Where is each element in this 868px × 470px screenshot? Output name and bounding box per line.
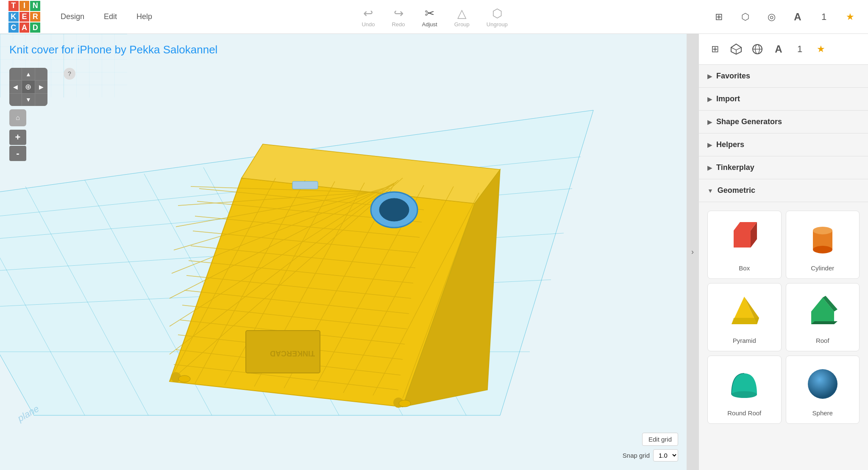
panel-3d-icon[interactable]: [727, 40, 746, 58]
menu-help[interactable]: Help: [129, 9, 160, 25]
svg-line-42: [373, 193, 479, 395]
text-tool-icon[interactable]: A: [788, 8, 807, 26]
svg-point-82: [808, 369, 837, 399]
home-view-button[interactable]: ⌂: [9, 109, 26, 126]
favorites-star-icon[interactable]: ★: [841, 8, 860, 26]
section-tinkerplay-header[interactable]: ▶ Tinkerplay: [699, 156, 868, 179]
panel-star-icon[interactable]: ★: [812, 40, 830, 58]
edit-grid-button[interactable]: Edit grid: [642, 433, 678, 446]
import-chevron: ▶: [707, 96, 712, 103]
section-geometric-header[interactable]: ▼ Geometric: [699, 179, 868, 202]
zoom-in-button[interactable]: +: [9, 130, 26, 145]
group-label: Group: [454, 21, 470, 28]
svg-line-38: [254, 183, 364, 387]
shape-generators-chevron: ▶: [707, 119, 712, 125]
3d-view-icon[interactable]: ⬡: [736, 8, 754, 26]
svg-line-3: [0, 203, 34, 415]
svg-line-28: [186, 275, 411, 298]
right-panel: ⊞ A 1 ★ ▶ Fav: [698, 34, 868, 470]
svg-line-36: [195, 180, 305, 384]
svg-line-43: [403, 203, 475, 398]
svg-line-45: [170, 180, 398, 354]
svg-line-4: [0, 195, 85, 415]
group-button[interactable]: △ Group: [454, 6, 470, 28]
nav-left-button[interactable]: ◀: [9, 81, 22, 93]
svg-line-15: [0, 233, 564, 275]
section-shape-generators-header[interactable]: ▶ Shape Generators: [699, 111, 868, 133]
ungroup-button[interactable]: ⬡ Ungroup: [487, 6, 508, 28]
wireframe-icon[interactable]: ◎: [762, 8, 781, 26]
nav-cell-nw: [9, 68, 22, 80]
panel-grid-icon[interactable]: ⊞: [706, 40, 724, 58]
nav-up-button[interactable]: ▲: [22, 68, 34, 80]
nav-right-button[interactable]: ▶: [35, 81, 47, 93]
shape-pyramid-icon: [723, 290, 765, 333]
nav-down-button[interactable]: ▼: [22, 94, 34, 106]
shape-sphere-icon: [801, 363, 844, 405]
nav-cell-se: [35, 94, 47, 106]
redo-button[interactable]: ↪ Redo: [392, 6, 405, 28]
svg-marker-19: [170, 178, 475, 407]
project-title: Knit cover for iPhone by Pekka Salokanne…: [9, 43, 217, 56]
shape-box-icon: [723, 218, 765, 260]
ungroup-label: Ungroup: [487, 21, 508, 28]
logo-e: E: [19, 12, 30, 22]
geometric-label: Geometric: [718, 186, 755, 195]
topbar: T I N K E R C A D Design Edit Help ↩ Und…: [0, 0, 868, 34]
shape-sphere[interactable]: Sphere: [786, 356, 860, 424]
help-tooltip-button[interactable]: ?: [64, 68, 75, 80]
menu-edit[interactable]: Edit: [96, 9, 125, 25]
grid-view-icon[interactable]: ⊞: [709, 8, 728, 26]
redo-icon: ↪: [394, 6, 403, 20]
svg-line-18: [0, 110, 593, 203]
undo-icon: ↩: [363, 6, 373, 20]
snap-grid-row: Snap grid 1.0 0.5 2.0: [623, 449, 678, 462]
panel-collapse-handle[interactable]: ›: [687, 34, 698, 470]
svg-line-37: [225, 181, 335, 385]
shape-cylinder[interactable]: Cylinder: [786, 211, 860, 279]
svg-line-31: [193, 231, 417, 253]
shape-box[interactable]: Box: [707, 211, 782, 279]
menu-design[interactable]: Design: [53, 9, 92, 25]
zoom-out-button[interactable]: -: [9, 146, 26, 161]
svg-line-29: [189, 261, 413, 283]
panel-wireframe-icon[interactable]: [748, 40, 767, 58]
shape-pyramid[interactable]: Pyramid: [707, 283, 782, 351]
svg-line-10: [322, 153, 466, 415]
undo-button[interactable]: ↩ Undo: [362, 6, 375, 28]
svg-marker-69: [734, 231, 751, 248]
number-badge[interactable]: 1: [815, 8, 833, 26]
favorites-label: Favorites: [716, 72, 750, 81]
adjust-button[interactable]: ✂ Adjust: [422, 6, 437, 28]
shape-round-roof[interactable]: Round Roof: [707, 356, 782, 424]
svg-line-5: [25, 186, 148, 415]
favorites-chevron: ▶: [707, 73, 712, 80]
svg-line-23: [176, 350, 401, 375]
nav-menu: Design Edit Help: [53, 9, 160, 25]
nav-center-button[interactable]: ⊕: [22, 81, 34, 93]
tinkerplay-label: Tinkerplay: [716, 163, 754, 172]
section-import-header[interactable]: ▶ Import: [699, 88, 868, 111]
section-geometric: ▼ Geometric Box: [699, 179, 868, 432]
group-icon: △: [457, 6, 467, 20]
tinkercad-logo[interactable]: T I N K E R C A D: [8, 1, 40, 33]
shape-roof-label: Roof: [816, 337, 829, 344]
section-favorites-header[interactable]: ▶ Favorites: [699, 65, 868, 88]
panel-number-icon[interactable]: 1: [790, 40, 809, 58]
shape-pyramid-label: Pyramid: [733, 337, 756, 344]
svg-line-22: [174, 364, 398, 390]
section-tinkerplay: ▶ Tinkerplay: [699, 156, 868, 179]
snap-grid-select[interactable]: 1.0 0.5 2.0: [653, 449, 678, 462]
svg-line-17: [0, 157, 581, 225]
svg-line-41: [343, 186, 453, 393]
section-helpers-header[interactable]: ▶ Helpers: [699, 133, 868, 156]
shape-roof[interactable]: Roof: [786, 283, 860, 351]
svg-line-26: [182, 305, 407, 329]
panel-text-icon[interactable]: A: [769, 40, 788, 58]
svg-point-74: [813, 246, 832, 253]
nav-joystick[interactable]: ▲ ◀ ⊕ ▶ ▼: [9, 68, 47, 106]
logo-a: A: [19, 22, 30, 33]
svg-line-7: [144, 174, 275, 415]
viewport[interactable]: Knit cover for iPhone by Pekka Salokanne…: [0, 34, 687, 470]
svg-line-47: [170, 183, 394, 298]
